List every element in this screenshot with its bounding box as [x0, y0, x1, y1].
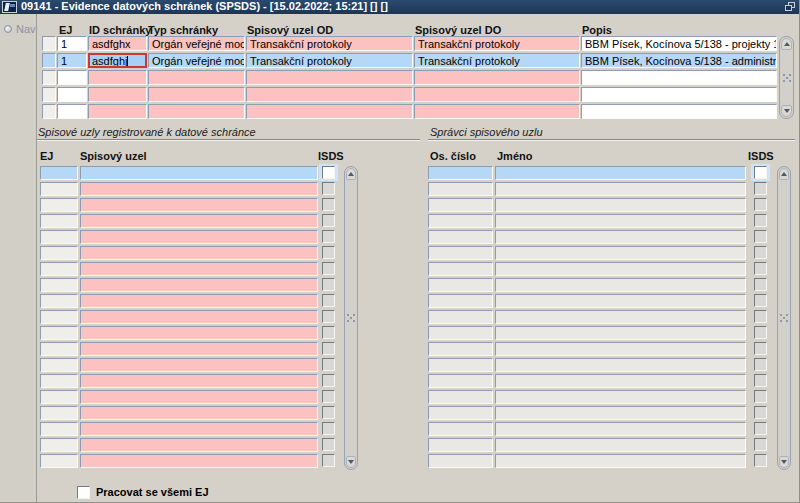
cell-jmeno[interactable]: [495, 214, 746, 228]
cell-ej[interactable]: 1: [57, 36, 87, 51]
isds-checkbox[interactable]: [322, 406, 335, 419]
cell-os-cislo[interactable]: [428, 406, 493, 420]
row-selector[interactable]: [42, 36, 56, 51]
cell-os-cislo[interactable]: [428, 358, 493, 372]
cell-id[interactable]: [88, 87, 147, 102]
cell-ej[interactable]: [40, 246, 78, 260]
cell-ej[interactable]: [40, 182, 78, 196]
cell-typ[interactable]: Orgán veřejné moci: [148, 53, 245, 68]
main-table-scrollbar[interactable]: [779, 36, 794, 119]
isds-checkbox[interactable]: [754, 390, 767, 403]
pracovat-se-vsemi-ej-checkbox[interactable]: [77, 486, 90, 499]
cell-id[interactable]: [88, 104, 147, 119]
row-selector[interactable]: [42, 87, 56, 102]
cell-os-cislo[interactable]: [428, 262, 493, 276]
cell-ej[interactable]: [40, 342, 78, 356]
cell-jmeno[interactable]: [495, 246, 746, 260]
cell-spisovy-uzel[interactable]: [80, 310, 318, 324]
cell-spisovy-uzel[interactable]: [80, 454, 318, 468]
isds-checkbox[interactable]: [322, 294, 335, 307]
cell-id[interactable]: asdfghx: [88, 36, 147, 51]
cell-jmeno[interactable]: [495, 342, 746, 356]
cell-os-cislo[interactable]: [428, 246, 493, 260]
cell-ej[interactable]: [40, 438, 78, 452]
isds-checkbox[interactable]: [322, 262, 335, 275]
cell-jmeno[interactable]: [495, 358, 746, 372]
cell-do[interactable]: Transakční protokoly: [414, 36, 580, 51]
cell-jmeno[interactable]: [495, 198, 746, 212]
cell-spisovy-uzel[interactable]: [80, 214, 318, 228]
cell-ej[interactable]: [40, 422, 78, 436]
isds-checkbox[interactable]: [322, 230, 335, 243]
isds-checkbox[interactable]: [322, 374, 335, 387]
cell-jmeno[interactable]: [495, 422, 746, 436]
cell-typ[interactable]: [148, 104, 245, 119]
cell-jmeno[interactable]: [495, 374, 746, 388]
isds-checkbox[interactable]: [754, 214, 767, 227]
scroll-down-icon[interactable]: [779, 456, 789, 468]
isds-checkbox[interactable]: [754, 294, 767, 307]
cell-do[interactable]: [414, 70, 580, 85]
isds-checkbox[interactable]: [754, 406, 767, 419]
cell-spisovy-uzel[interactable]: [80, 230, 318, 244]
cell-jmeno[interactable]: [495, 310, 746, 324]
scroll-down-icon[interactable]: [346, 456, 356, 468]
cell-os-cislo[interactable]: [428, 278, 493, 292]
isds-checkbox[interactable]: [754, 358, 767, 371]
cell-popis[interactable]: [581, 70, 777, 85]
isds-checkbox[interactable]: [322, 390, 335, 403]
cell-ej[interactable]: 1: [57, 53, 87, 68]
cell-ej[interactable]: [57, 104, 87, 119]
cell-jmeno[interactable]: [495, 166, 746, 180]
cell-ej[interactable]: [40, 406, 78, 420]
cell-ej[interactable]: [40, 454, 78, 468]
isds-checkbox[interactable]: [322, 342, 335, 355]
title-bar[interactable]: 09141 - Evidence datových schránek (SPSD…: [0, 0, 800, 14]
cell-spisovy-uzel[interactable]: [80, 198, 318, 212]
row-selector[interactable]: [42, 53, 56, 68]
cell-ej[interactable]: [40, 230, 78, 244]
cell-spisovy-uzel[interactable]: [80, 390, 318, 404]
cell-spisovy-uzel[interactable]: [80, 166, 318, 180]
cell-typ[interactable]: Orgán veřejné moci: [148, 36, 245, 51]
isds-checkbox[interactable]: [754, 230, 767, 243]
cell-spisovy-uzel[interactable]: [80, 374, 318, 388]
cell-od[interactable]: [246, 87, 413, 102]
scroll-down-icon[interactable]: [781, 105, 792, 117]
cell-jmeno[interactable]: [495, 182, 746, 196]
row-selector[interactable]: [42, 104, 56, 119]
isds-checkbox[interactable]: [322, 310, 335, 323]
cell-typ[interactable]: [148, 70, 245, 85]
restore-window-icon[interactable]: [785, 2, 796, 11]
cell-jmeno[interactable]: [495, 294, 746, 308]
right-list-scrollbar[interactable]: [777, 166, 791, 470]
isds-checkbox[interactable]: [754, 342, 767, 355]
cell-jmeno[interactable]: [495, 438, 746, 452]
cell-spisovy-uzel[interactable]: [80, 422, 318, 436]
cell-do[interactable]: Transakční protokoly: [414, 53, 580, 68]
cell-spisovy-uzel[interactable]: [80, 278, 318, 292]
cell-jmeno[interactable]: [495, 390, 746, 404]
cell-os-cislo[interactable]: [428, 454, 493, 468]
scroll-up-icon[interactable]: [779, 168, 789, 180]
cell-ej[interactable]: [40, 278, 78, 292]
scrollbar-grip[interactable]: [786, 77, 788, 79]
isds-checkbox[interactable]: [322, 454, 335, 467]
cell-spisovy-uzel[interactable]: [80, 326, 318, 340]
cell-typ[interactable]: [148, 87, 245, 102]
isds-checkbox[interactable]: [754, 198, 767, 211]
scrollbar-grip[interactable]: [783, 317, 785, 319]
cell-os-cislo[interactable]: [428, 326, 493, 340]
cell-od[interactable]: [246, 104, 413, 119]
cell-os-cislo[interactable]: [428, 294, 493, 308]
cell-os-cislo[interactable]: [428, 438, 493, 452]
cell-ej[interactable]: [40, 374, 78, 388]
cell-spisovy-uzel[interactable]: [80, 182, 318, 196]
cell-jmeno[interactable]: [495, 454, 746, 468]
isds-checkbox[interactable]: [322, 438, 335, 451]
cell-jmeno[interactable]: [495, 406, 746, 420]
isds-checkbox[interactable]: [754, 246, 767, 259]
isds-checkbox[interactable]: [754, 438, 767, 451]
isds-checkbox[interactable]: [754, 182, 767, 195]
cell-ej[interactable]: [40, 166, 78, 180]
